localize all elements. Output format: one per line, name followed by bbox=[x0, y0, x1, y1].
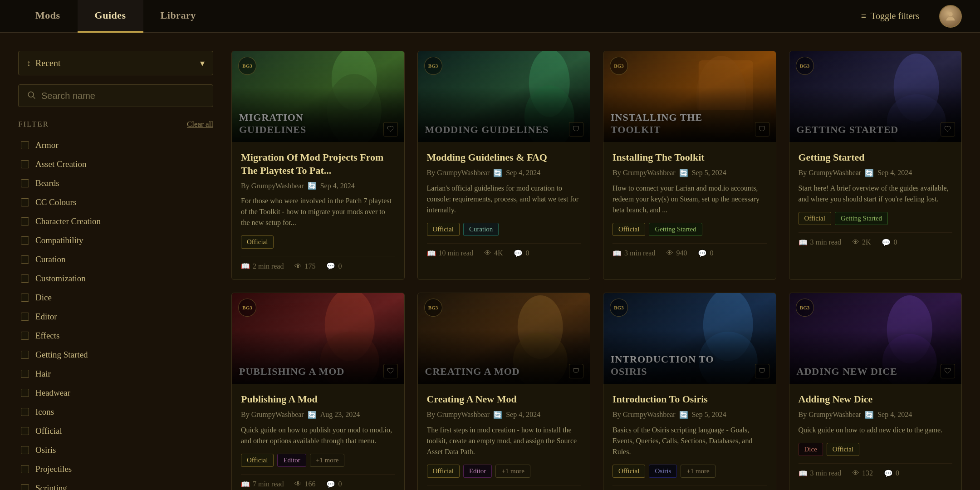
card-author-osiris: By GrumpyWashbear 🔄 Sep 5, 2024 bbox=[612, 411, 767, 419]
filter-label-cc-colours: CC Colours bbox=[35, 197, 76, 207]
card-read-time-modding: 📖 10 min read bbox=[427, 249, 473, 258]
filter-checkbox-projectiles[interactable] bbox=[21, 465, 29, 473]
filter-checkbox-cc-colours[interactable] bbox=[21, 198, 29, 206]
tag-more[interactable]: +1 more bbox=[681, 465, 715, 478]
tag-official[interactable]: Official bbox=[827, 443, 859, 456]
tag-official[interactable]: Official bbox=[799, 212, 831, 225]
tag-official[interactable]: Official bbox=[241, 454, 274, 467]
card-meta-modding: 📖 10 min read 👁 4K 💬 0 bbox=[427, 243, 581, 258]
tag-getting-started[interactable]: Getting Started bbox=[835, 212, 888, 225]
card-toolkit[interactable]: BG3 INSTALLING THE TOOLKIT 🛡 Installing … bbox=[603, 51, 776, 280]
card-image-getting-started: BG3 GETTING STARTED 🛡 bbox=[789, 51, 962, 142]
filter-checkbox-beards[interactable] bbox=[21, 179, 29, 187]
filter-item-effects[interactable]: Effects bbox=[18, 327, 213, 345]
tag-getting-started[interactable]: Getting Started bbox=[649, 223, 702, 236]
lines-icon: ≡ bbox=[861, 11, 866, 21]
sort-dropdown[interactable]: ↕ Recent ▾ bbox=[18, 51, 213, 75]
filter-label-effects: Effects bbox=[35, 331, 59, 341]
clear-all-button[interactable]: Clear all bbox=[187, 120, 213, 129]
tag-dice[interactable]: Dice bbox=[799, 443, 823, 456]
filter-item-scripting[interactable]: Scripting bbox=[18, 479, 213, 490]
tab-guides[interactable]: Guides bbox=[78, 0, 143, 33]
tag-osiris[interactable]: Osiris bbox=[649, 465, 677, 478]
card-comments-modding: 💬 0 bbox=[514, 249, 529, 258]
filter-checkbox-compatibility[interactable] bbox=[21, 236, 29, 245]
filter-item-asset-creation[interactable]: Asset Creation bbox=[18, 155, 213, 173]
tag-editor[interactable]: Editor bbox=[277, 454, 306, 467]
tag-more[interactable]: +1 more bbox=[495, 465, 530, 478]
card-migration[interactable]: BG3 MIGRATION GUIDELINES 🛡 Migration Of … bbox=[231, 51, 405, 280]
filter-item-icons[interactable]: Icons bbox=[18, 403, 213, 421]
card-image-toolkit: BG3 INSTALLING THE TOOLKIT 🛡 bbox=[603, 51, 776, 142]
filter-checkbox-armor[interactable] bbox=[21, 141, 29, 149]
filter-checkbox-character-creation[interactable] bbox=[21, 217, 29, 225]
card-image-migration: BG3 MIGRATION GUIDELINES 🛡 bbox=[232, 51, 404, 142]
tag-official[interactable]: Official bbox=[427, 223, 460, 236]
card-tags-getting-started: OfficialGetting Started bbox=[799, 212, 953, 225]
card-read-time-dice: 📖 3 min read bbox=[799, 469, 841, 478]
card-modding[interactable]: BG3 MODDING GUIDELINES 🛡 Modding Guideli… bbox=[417, 51, 591, 280]
filter-checkbox-icons[interactable] bbox=[21, 408, 29, 416]
filter-checkbox-asset-creation[interactable] bbox=[21, 160, 29, 168]
card-publishing[interactable]: BG3 PUBLISHING A MOD 🛡 Publishing A Mod … bbox=[231, 293, 405, 490]
filter-checkbox-editor[interactable] bbox=[21, 313, 29, 321]
card-image-title-dice: ADDING NEW DICE bbox=[797, 366, 897, 377]
filter-checkbox-dice[interactable] bbox=[21, 294, 29, 302]
filter-label-compatibility: Compatibility bbox=[35, 235, 83, 245]
filter-item-osiris[interactable]: Osiris bbox=[18, 441, 213, 459]
filter-item-compatibility[interactable]: Compatibility bbox=[18, 231, 213, 250]
tag-official[interactable]: Official bbox=[427, 465, 460, 478]
filter-checkbox-curation[interactable] bbox=[21, 255, 29, 264]
card-title-modding: Modding Guidelines & FAQ bbox=[427, 151, 581, 164]
card-creating[interactable]: BG3 CREATING A MOD 🛡 Creating A New Mod … bbox=[417, 293, 591, 490]
filter-item-character-creation[interactable]: Character Creation bbox=[18, 212, 213, 230]
search-icon bbox=[27, 90, 36, 101]
filter-item-dice[interactable]: Dice bbox=[18, 289, 213, 307]
tag-official[interactable]: Official bbox=[612, 465, 645, 478]
filter-checkbox-hair[interactable] bbox=[21, 370, 29, 378]
filter-item-editor[interactable]: Editor bbox=[18, 308, 213, 326]
card-tags-modding: OfficialCuration bbox=[427, 223, 581, 236]
filter-checkbox-customization[interactable] bbox=[21, 274, 29, 283]
filter-label-editor: Editor bbox=[35, 312, 57, 322]
filter-item-curation[interactable]: Curation bbox=[18, 250, 213, 269]
filter-item-cc-colours[interactable]: CC Colours bbox=[18, 193, 213, 211]
tag-official[interactable]: Official bbox=[612, 223, 645, 236]
tag-official[interactable]: Official bbox=[241, 235, 274, 249]
comment-icon: 💬 bbox=[884, 469, 893, 478]
filter-checkbox-scripting[interactable] bbox=[21, 484, 29, 490]
book-icon: 📖 bbox=[241, 262, 250, 270]
tag-editor[interactable]: Editor bbox=[463, 465, 492, 478]
filter-item-hair[interactable]: Hair bbox=[18, 365, 213, 383]
main-layout: ↕ Recent ▾ FILTER Clear all Armor Asset … bbox=[0, 33, 980, 490]
card-getting-started[interactable]: BG3 GETTING STARTED 🛡 Getting Started By… bbox=[789, 51, 962, 280]
user-avatar[interactable] bbox=[939, 5, 962, 28]
filter-checkbox-osiris[interactable] bbox=[21, 446, 29, 454]
filter-checkbox-headwear[interactable] bbox=[21, 389, 29, 397]
tab-mods[interactable]: Mods bbox=[18, 0, 78, 33]
card-views-toolkit: 👁 940 bbox=[666, 249, 687, 257]
card-dice[interactable]: BG3 ADDING NEW DICE 🛡 Adding New Dice By… bbox=[789, 293, 962, 490]
filter-item-armor[interactable]: Armor bbox=[18, 136, 213, 154]
card-logo-modding: BG3 bbox=[424, 57, 442, 75]
filter-item-beards[interactable]: Beards bbox=[18, 174, 213, 192]
card-author-creating: By GrumpyWashbear 🔄 Sep 4, 2024 bbox=[427, 411, 581, 419]
toggle-filters-button[interactable]: ≡ Toggle filters bbox=[854, 7, 926, 25]
filter-item-official[interactable]: Official bbox=[18, 422, 213, 440]
filter-checkbox-effects[interactable] bbox=[21, 332, 29, 340]
filter-item-customization[interactable]: Customization bbox=[18, 270, 213, 288]
filter-item-getting-started[interactable]: Getting Started bbox=[18, 346, 213, 364]
filter-checkbox-official[interactable] bbox=[21, 427, 29, 435]
card-osiris[interactable]: BG3 INTRODUCTION TO OSIRIS 🛡 Introductio… bbox=[603, 293, 776, 490]
filter-item-headwear[interactable]: Headwear bbox=[18, 384, 213, 402]
card-read-time-toolkit: 📖 3 min read bbox=[612, 249, 655, 258]
tag-more[interactable]: +1 more bbox=[310, 454, 345, 467]
card-tags-publishing: OfficialEditor+1 more bbox=[241, 454, 395, 467]
filter-checkbox-getting-started[interactable] bbox=[21, 351, 29, 359]
card-body-getting-started: Getting Started By GrumpyWashbear 🔄 Sep … bbox=[789, 142, 962, 256]
content-area: BG3 MIGRATION GUIDELINES 🛡 Migration Of … bbox=[231, 51, 962, 490]
tab-library[interactable]: Library bbox=[143, 0, 213, 33]
tag-curation[interactable]: Curation bbox=[463, 223, 499, 236]
filter-item-projectiles[interactable]: Projectiles bbox=[18, 460, 213, 478]
search-input[interactable] bbox=[41, 91, 205, 101]
